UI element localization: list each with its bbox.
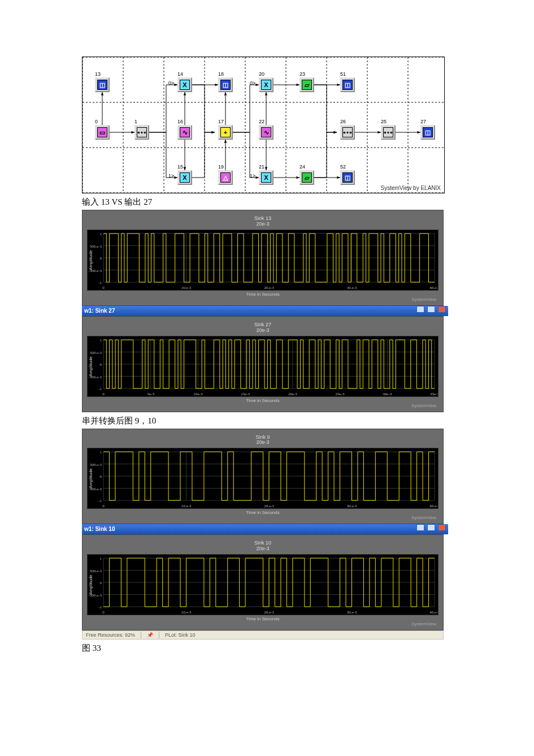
caption-figure-33: 图 33 (82, 643, 452, 654)
svg-text:15e-3: 15e-3 (241, 392, 250, 396)
plot-sink13: Amplitude -1-500.e-30500.e-31010.e-320.e… (87, 230, 439, 291)
pin-icon[interactable]: 📌 (147, 630, 153, 640)
caption-input-vs-output: 输入 13 VS 输出 27 (82, 197, 452, 208)
svg-text:500.e-3: 500.e-3 (90, 463, 102, 467)
svg-text:5e-3: 5e-3 (147, 392, 154, 396)
plot-title-sink9: Sink 920e-3 (87, 435, 439, 446)
svg-text:0: 0 (100, 362, 102, 367)
plot-sink9: Amplitude -1-500.e-30500.e-31010.e-320.e… (87, 448, 439, 509)
svg-text:10.e-3: 10.e-3 (181, 286, 192, 290)
svg-text:40.e-3: 40.e-3 (429, 610, 438, 615)
svg-text:1: 1 (100, 232, 102, 236)
window-titlebar-sink10[interactable]: w1: Sink 10 (82, 524, 448, 534)
svg-marker-30 (184, 92, 186, 96)
block-17[interactable]: 17+ (218, 125, 233, 140)
svg-marker-16 (101, 92, 104, 96)
waveform-group-1b: Sink 2720e-3 Amplitude -1-500.e-30500.e-… (82, 316, 444, 412)
block-18[interactable]: 18◫ (218, 77, 233, 92)
svg-marker-40 (211, 131, 215, 134)
svg-text:20.e-3: 20.e-3 (264, 610, 274, 615)
waveform-group-2: Sink 920e-3 Amplitude -1-500.e-30500.e-3… (82, 429, 444, 525)
block-0[interactable]: 0▭ (95, 125, 110, 140)
maximize-icon[interactable] (427, 524, 435, 531)
svg-text:1: 1 (100, 450, 102, 455)
svg-marker-28 (224, 92, 227, 96)
svg-marker-36 (211, 131, 215, 134)
svg-text:30e-3: 30e-3 (383, 392, 392, 396)
plot-title-sink13: Sink 1320e-3 (87, 216, 439, 227)
svg-text:40.e-3: 40.e-3 (429, 286, 438, 290)
close-icon[interactable] (438, 306, 446, 313)
svg-text:0: 0 (100, 474, 102, 479)
svg-text:-1: -1 (98, 280, 102, 285)
block-51[interactable]: 51◫ (340, 77, 355, 92)
svg-text:0: 0 (100, 581, 102, 585)
svg-text:500.e-3: 500.e-3 (90, 350, 102, 355)
svg-text:1: 1 (100, 556, 102, 561)
diagram-watermark: SystemView by ELANIX (380, 185, 441, 191)
svg-text:0: 0 (102, 392, 105, 396)
window-titlebar-sink27[interactable]: w1: Sink 27 (82, 306, 448, 316)
block-52[interactable]: 52◫ (340, 170, 355, 185)
svg-text:20.e-3: 20.e-3 (264, 504, 274, 508)
block-20[interactable]: 20X (259, 77, 273, 92)
block-diagram: SystemView by ELANIX 13◫14X0>18◫20X0>23▱… (82, 57, 445, 193)
svg-marker-70 (333, 131, 337, 134)
svg-text:20e-3: 20e-3 (288, 392, 297, 396)
minimize-icon[interactable] (416, 306, 424, 313)
caption-serial-parallel: 串并转换后图 9，10 (82, 416, 452, 426)
svg-text:25e-3: 25e-3 (336, 392, 345, 396)
block-14[interactable]: 14X (177, 77, 192, 92)
svg-text:10.e-3: 10.e-3 (181, 610, 192, 615)
block-23[interactable]: 23▱ (299, 77, 314, 92)
plot-sink10: Amplitude -1-500.e-30500.e-31010.e-320.e… (87, 554, 439, 615)
block-13[interactable]: 13◫ (95, 77, 110, 92)
svg-marker-54 (224, 140, 227, 143)
window-title-text: w1: Sink 10 (84, 524, 115, 534)
waveform-group-1: Sink 1320e-3 Amplitude -1-500.e-30500.e-… (82, 210, 444, 306)
plot-title-sink27: Sink 2720e-3 (87, 322, 439, 334)
svg-text:40.e-3: 40.e-3 (429, 504, 438, 508)
svg-text:30.e-3: 30.e-3 (347, 504, 357, 508)
svg-text:500.e-3: 500.e-3 (90, 569, 102, 573)
svg-text:30.e-3: 30.e-3 (347, 610, 357, 615)
block-19[interactable]: 19△ (218, 170, 233, 185)
svg-text:500.e-3: 500.e-3 (90, 244, 102, 248)
svg-marker-66 (333, 131, 337, 134)
minimize-icon[interactable] (416, 524, 424, 531)
block-22[interactable]: 22∿ (259, 125, 273, 140)
block-1[interactable]: 1∘•∘ (134, 125, 149, 140)
svg-text:-1: -1 (98, 387, 102, 391)
svg-marker-50 (265, 92, 268, 96)
svg-text:35e-3: 35e-3 (430, 392, 438, 396)
svg-text:10e-3: 10e-3 (193, 392, 202, 396)
block-25[interactable]: 25∘•∘ (381, 125, 396, 140)
block-16[interactable]: 16∿ (177, 125, 192, 140)
block-27[interactable]: 27◫ (420, 125, 435, 140)
svg-text:-1: -1 (98, 499, 102, 503)
maximize-icon[interactable] (427, 306, 435, 313)
block-21[interactable]: 21X (259, 170, 273, 185)
svg-text:0: 0 (102, 610, 105, 615)
svg-text:1: 1 (100, 338, 102, 343)
block-24[interactable]: 24▱ (299, 170, 314, 185)
svg-text:-1: -1 (98, 605, 102, 610)
plot-sink27: Amplitude -1-500.e-30500.e-3105e-310e-31… (87, 336, 439, 397)
svg-text:0: 0 (102, 504, 105, 508)
svg-text:0: 0 (102, 286, 105, 290)
svg-text:30.e-3: 30.e-3 (347, 286, 357, 290)
block-15[interactable]: 15X (177, 170, 192, 185)
block-26[interactable]: 26∘•∘ (340, 125, 355, 140)
close-icon[interactable] (438, 524, 446, 531)
plot-title-sink10: Sink 1020e-3 (87, 541, 439, 552)
status-free-resources: Free Resources: 92% (86, 630, 135, 640)
status-plot-name: PLot: Sink 10 (165, 630, 196, 640)
svg-text:0: 0 (100, 256, 102, 261)
status-bar: Free Resources: 92% 📌 PLot: Sink 10 (82, 630, 444, 640)
svg-text:20.e-3: 20.e-3 (264, 286, 274, 290)
svg-text:10.e-3: 10.e-3 (181, 504, 192, 508)
waveform-group-2b: Sink 1020e-3 Amplitude -1-500.e-30500.e-… (82, 534, 444, 630)
window-title-text: w1: Sink 27 (84, 306, 115, 316)
